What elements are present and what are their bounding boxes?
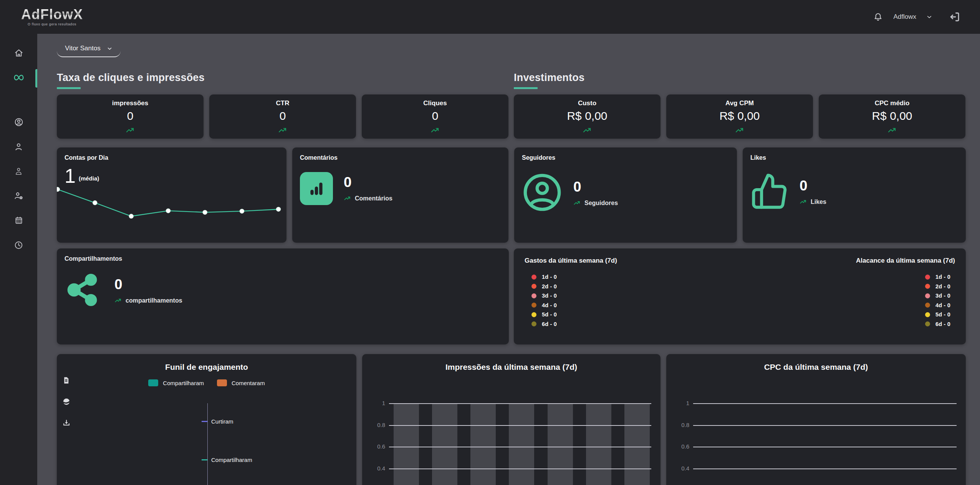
list-item: 5d - 0 (925, 310, 950, 319)
y-tick: 0.8 (677, 422, 689, 428)
brand-tagline: O fluxo que gera resultados (28, 23, 76, 26)
y-tick: 1 (373, 400, 385, 406)
card-title: Likes (750, 154, 958, 161)
gridline: 1 (693, 403, 957, 404)
stat-title: Custo (578, 99, 596, 107)
gridline: 0.8 (693, 425, 957, 426)
home-icon (14, 48, 24, 60)
legend-dot (531, 321, 536, 326)
stat-card-cpc-medio: CPC médio R$ 0,00 (819, 94, 965, 139)
gridline: 0.6 (693, 447, 957, 447)
download-icon[interactable] (62, 419, 71, 429)
topbar: AdFlowX O fluxo que gera resultados Adfl… (0, 0, 980, 34)
sidebar-item-history[interactable] (0, 233, 37, 258)
sidebar-item-meta[interactable] (0, 66, 37, 91)
stat-title: CTR (276, 99, 290, 107)
sidebar-item-home[interactable] (0, 41, 37, 66)
card-title: Compartilhamentos (65, 255, 501, 262)
stat-value: R$ 0,00 (567, 109, 607, 122)
legend-swatch (148, 379, 158, 386)
y-tick: 0.8 (373, 422, 385, 428)
list-item: 2d - 0 (531, 282, 557, 291)
bar (470, 403, 496, 485)
sidebar-item-account[interactable] (0, 111, 37, 135)
stat-value: R$ 0,00 (719, 109, 760, 122)
chevron-down-icon[interactable] (926, 14, 932, 20)
legend-dot (925, 284, 930, 289)
sidebar-item-person-gear[interactable] (0, 184, 37, 209)
stat-title: Avg CPM (725, 99, 754, 107)
stat-card-ctr: CTR 0 (209, 94, 356, 139)
logout-icon[interactable] (949, 11, 961, 23)
chevron-down-icon (107, 46, 113, 51)
section-underline (514, 87, 538, 89)
thumbs-up-icon (750, 172, 789, 212)
stat-value: 0 (127, 109, 134, 122)
stat-value: 0 (280, 109, 286, 122)
export-file-icon[interactable] (62, 376, 71, 386)
chart-toolbar (62, 376, 71, 429)
funnel-label-compartilharam: Compartilharam (202, 457, 252, 463)
bar (548, 403, 573, 485)
gridline: 1 (389, 403, 651, 404)
gridline: 0.6 (389, 447, 651, 447)
chart-impressoes-7d: Impressões da última semana (7d) 1 0.8 0… (362, 354, 661, 485)
section-header-investimentos: Investimentos (514, 72, 966, 89)
legend-dot (531, 275, 536, 280)
profile-selected-value: Vitor Santos (65, 45, 100, 52)
y-tick: 0.4 (373, 465, 385, 472)
chart-cpc-7d: CPC da última semana (7d) 1 0.8 0.6 0.4 (666, 354, 966, 485)
legend-dot (531, 312, 536, 317)
bar-columns (394, 403, 650, 485)
chart-legend: Compartilharam Comentaram (57, 379, 356, 386)
stat-card-impressoes: impressões 0 (57, 94, 204, 139)
sidebar-item-person[interactable] (0, 135, 37, 160)
legend-dot (925, 312, 930, 317)
trend-up-icon (800, 198, 807, 205)
account-name[interactable]: Adflowx (893, 13, 916, 21)
metric-value: 0 (344, 175, 392, 189)
legend-item-comentaram[interactable]: Comentaram (217, 379, 265, 386)
funnel-y-axis (207, 403, 208, 485)
gridline: 0.8 (389, 425, 651, 426)
gridline: 0.4 (693, 468, 957, 469)
legend-item-compartilharam[interactable]: Compartilharam (148, 379, 204, 386)
list-item: 2d - 0 (925, 282, 950, 291)
chart-funil-engajamento: Funil de engajamento Compartilharam Come… (57, 354, 356, 485)
trend-up-icon (344, 195, 351, 202)
export-image-icon[interactable] (62, 397, 71, 407)
list-item: 4d - 0 (531, 301, 557, 310)
section-header-cliques: Taxa de cliques e impressões (57, 72, 509, 89)
legend-dot (531, 293, 536, 298)
sidebar-item-calendar[interactable] (0, 209, 37, 233)
list-item: 4d - 0 (925, 301, 950, 310)
y-tick: 0.4 (677, 465, 689, 472)
topbar-actions: Adflowx (873, 11, 961, 23)
metric-label: Seguidores (584, 200, 618, 207)
trend-up-icon (583, 126, 592, 135)
stat-title: impressões (112, 99, 149, 107)
list-item: 3d - 0 (531, 291, 557, 301)
stat-row-investimentos: Custo R$ 0,00 Avg CPM R$ 0,00 CPC médio … (514, 94, 966, 139)
bar (432, 403, 457, 485)
profile-select[interactable]: Vitor Santos (57, 41, 121, 57)
bar (624, 403, 650, 485)
y-tick: 1 (677, 400, 689, 406)
bar-chart-plot: 1 0.8 0.6 0.4 (362, 354, 661, 485)
sidebar-item-person-outline[interactable] (0, 160, 37, 184)
active-indicator (35, 69, 37, 88)
gridline: 0.4 (389, 468, 651, 469)
meta-infinity-icon (13, 72, 25, 85)
stat-value: 0 (432, 109, 439, 122)
bar-chart-icon (300, 172, 333, 205)
list-item: 6d - 0 (925, 319, 950, 329)
card-comentarios: Comentários 0 Comentários (292, 147, 508, 243)
notifications-bell-icon[interactable] (873, 12, 883, 22)
chart-title: Funil de engajamento (57, 363, 356, 372)
user-circle-icon (522, 172, 563, 214)
calendar-icon (14, 216, 23, 227)
metric-label: compartilhamentos (126, 297, 182, 304)
metric-label: Likes (811, 199, 826, 205)
legend-dot (925, 303, 930, 308)
trend-up-icon (278, 126, 287, 135)
